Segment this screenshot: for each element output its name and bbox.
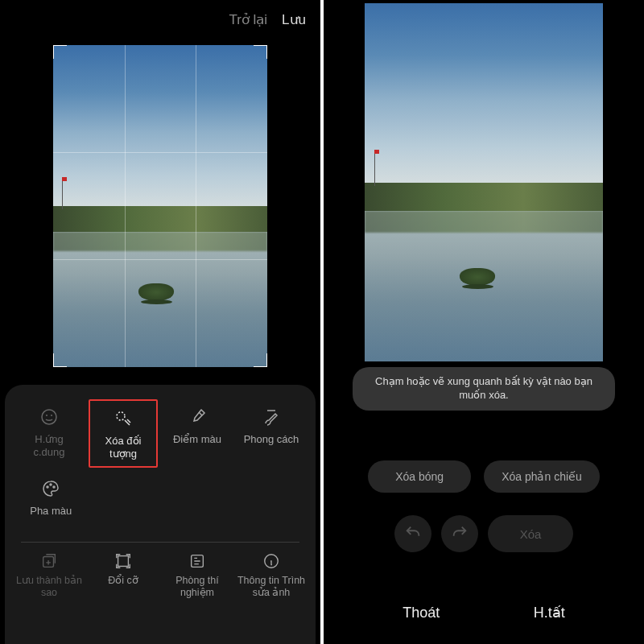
divider (21, 542, 299, 543)
info-icon (262, 551, 280, 572)
brush-icon (262, 406, 281, 428)
crop-handle-tl[interactable] (53, 45, 67, 59)
editor-topbar: Trở lại Lưu (0, 0, 320, 39)
remove-shadow-button[interactable]: Xóa bóng (368, 460, 471, 493)
tool-label: Đổi cỡ (108, 575, 138, 587)
tool-labs[interactable]: Phòng thí nghiệm (163, 551, 232, 599)
tool-label: Phong cách (244, 433, 299, 446)
savecopy-icon (40, 551, 58, 572)
eraser-icon (114, 407, 133, 430)
undo-button[interactable] (394, 515, 431, 552)
tool-remove-object[interactable]: Xóa đối tượng (89, 399, 158, 468)
tool-color-mix[interactable]: Pha màu (14, 471, 88, 532)
redo-button[interactable] (441, 515, 478, 552)
tool-label: H.ứng c.dung (18, 433, 80, 458)
face-icon (39, 406, 59, 428)
svg-rect-8 (118, 556, 129, 567)
tool-color-spot[interactable]: Điểm màu (163, 399, 232, 468)
tool-portrait-effect[interactable]: H.ứng c.dung (14, 399, 84, 468)
tool-label: Điểm màu (173, 433, 221, 446)
tool-editor-info[interactable]: Thông tin Trình sửa ảnh (237, 551, 306, 599)
tool-label: Phòng thí nghiệm (163, 575, 232, 599)
instruction-tip: Chạm hoặc vẽ xung quanh bất kỳ vật nào b… (353, 367, 615, 411)
photo-canvas[interactable] (365, 3, 603, 361)
tool-resize[interactable]: Đổi cỡ (89, 551, 158, 599)
svg-point-0 (42, 410, 56, 424)
svg-point-4 (47, 486, 48, 488)
crop-handle-br[interactable] (254, 353, 267, 367)
tool-label: Thông tin Trình sửa ảnh (237, 575, 306, 599)
crop-gridline (196, 45, 196, 367)
undo-icon (404, 524, 422, 544)
photo-canvas[interactable] (53, 45, 267, 367)
crop-handle-tr[interactable] (254, 45, 267, 59)
crop-handle-bl[interactable] (53, 353, 67, 367)
done-button[interactable]: H.tất (534, 604, 565, 621)
svg-point-6 (53, 486, 55, 488)
tool-panel: H.ứng c.dungXóa đối tượngĐiểm màuPhong c… (5, 385, 316, 644)
tool-label: Lưu thành bản sao (14, 575, 84, 599)
svg-point-2 (51, 415, 52, 416)
dropper-icon (188, 406, 207, 428)
crop-gridline (125, 45, 126, 367)
remove-reflection-button[interactable]: Xóa phản chiếu (484, 460, 600, 493)
redo-icon (451, 524, 469, 544)
tool-label: Pha màu (30, 505, 72, 518)
tool-label: Xóa đối tượng (93, 435, 153, 460)
palette-icon (41, 477, 60, 500)
tool-save-copy[interactable]: Lưu thành bản sao (14, 551, 84, 599)
tool-style[interactable]: Phong cách (237, 399, 306, 468)
svg-point-1 (46, 415, 47, 416)
svg-point-5 (50, 484, 52, 485)
svg-point-3 (117, 412, 125, 420)
save-button[interactable]: Lưu (282, 11, 306, 28)
crop-gridline (53, 259, 267, 260)
back-button[interactable]: Trở lại (229, 11, 267, 28)
exit-button[interactable]: Thoát (402, 604, 440, 621)
resize-icon (114, 551, 132, 572)
crop-gridline (53, 152, 267, 153)
labs-icon (188, 551, 206, 572)
erase-button[interactable]: Xóa (488, 515, 574, 552)
